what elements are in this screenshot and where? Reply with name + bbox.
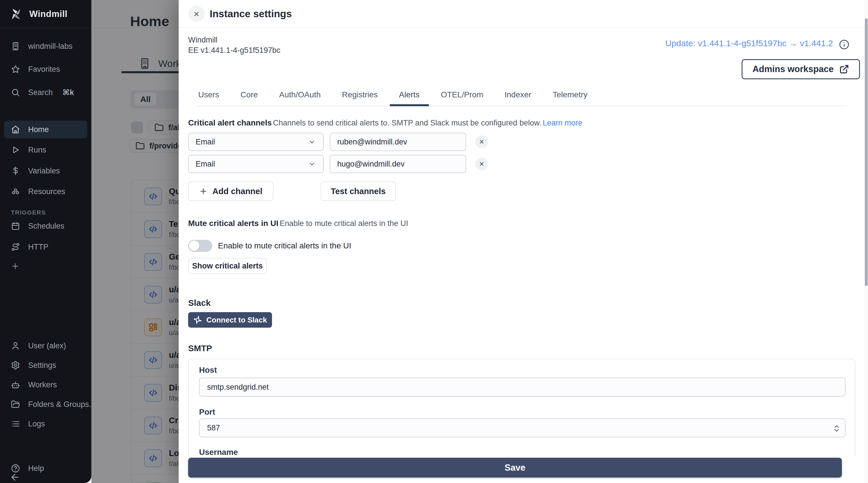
sidebar-item-http[interactable]: HTTP [0,237,91,257]
admins-workspace-button[interactable]: Admins workspace [742,59,860,79]
drawer-title: Instance settings [210,8,292,20]
tab-otel-prom[interactable]: OTEL/Prom [440,90,485,106]
chevron-down-icon [308,160,316,168]
channel-type-value: Email [195,160,215,168]
sidebar: Windmill windmill-labs Favorites Search … [0,0,91,483]
collapse-sidebar-button[interactable] [10,472,20,482]
arrow-left-icon [10,472,20,482]
calendar-icon [11,221,20,231]
save-button[interactable]: Save [188,458,842,478]
add-channel-label: Add channel [212,187,262,196]
tab-alerts[interactable]: Alerts [398,90,421,106]
sidebar-item-logs[interactable]: Logs [0,414,91,434]
tab-users[interactable]: Users [197,90,220,106]
mute-alerts-toggle[interactable] [188,240,212,252]
sidebar-item-label: Runs [28,146,46,155]
slack-icon [193,316,202,324]
play-icon [11,145,20,155]
critical-alert-channels-heading: Critical alert channels Channels to send… [188,118,582,128]
remove-channel-button[interactable]: × [475,158,488,170]
sidebar-item-label: Workers [28,381,57,389]
scrollbar[interactable] [865,0,868,483]
close-button[interactable]: × [188,6,205,22]
sidebar-item-runs[interactable]: Runs [0,140,91,160]
windmill-logo-icon [10,8,22,20]
sidebar-item-label: Help [28,464,44,473]
sidebar-item-label: Search [28,88,53,97]
close-icon: × [479,159,484,168]
smtp-heading: SMTP [188,344,212,353]
tab-core[interactable]: Core [239,90,259,106]
admins-workspace-label: Admins workspace [752,64,834,74]
section-description: Channels to send critical alerts to. SMT… [273,119,541,127]
instance-name: Windmill [188,36,217,44]
sidebar-item-schedules[interactable]: Schedules [0,216,91,236]
sidebar-item-label: windmill-labs [28,42,73,51]
sidebar-item-home[interactable]: Home [4,121,87,138]
tab-telemetry[interactable]: Telemetry [552,90,589,106]
chevron-down-icon [308,137,316,146]
port-label: Port [199,408,215,417]
home-icon [11,125,20,134]
toggle-knob [189,240,199,251]
user-icon [11,341,20,350]
sidebar-add-button[interactable] [0,256,91,276]
gear-icon [11,361,20,370]
smtp-port-input[interactable]: 587 [199,418,846,437]
chevron-down-icon [834,428,840,432]
sidebar-item-variables[interactable]: Variables [0,161,91,181]
star-icon [11,65,20,74]
remove-channel-button[interactable]: × [475,135,488,148]
test-channels-label: Test channels [331,187,385,196]
tab-registries[interactable]: Registries [341,90,379,106]
help-icon [11,464,20,473]
sidebar-item-folders-groups[interactable]: Folders & Groups... [0,394,91,414]
sidebar-item-label: Resources [28,187,65,196]
sidebar-item-search[interactable]: Search ⌘k [0,83,91,102]
instance-settings-drawer: × Instance settings Windmill EE v1.441.1… [179,0,865,483]
info-icon[interactable] [839,39,849,50]
show-critical-alerts-label: Show critical alerts [192,262,263,270]
brand[interactable]: Windmill [0,0,91,28]
sidebar-item-workers[interactable]: Workers [0,375,91,395]
route-icon [11,243,20,252]
section-heading: Mute critical alerts in UI [188,219,278,228]
sidebar-item-label: Settings [28,361,56,370]
connect-to-slack-button[interactable]: Connect to Slack [188,312,272,328]
tab-auth-oauth[interactable]: Auth/OAuth [278,90,322,106]
plus-icon [11,262,20,270]
search-icon [11,88,20,97]
folder-open-icon [11,400,20,409]
sidebar-section-triggers: TRIGGERS [11,209,46,216]
bot-icon [11,380,20,389]
scrollbar-thumb[interactable] [865,19,868,286]
channel-email-input[interactable] [330,155,466,173]
number-stepper[interactable] [832,423,841,434]
external-link-icon [839,64,849,74]
mute-toggle-label: Enable to mute critical alerts in the UI [218,241,351,250]
update-link[interactable]: Update: v1.441.1-4-g51f5197bc → v1.441.2 [665,38,833,48]
sidebar-item-user[interactable]: User (alex) [0,336,91,356]
plus-icon [199,187,208,196]
boxes-icon [11,187,20,196]
tab-indexer[interactable]: Indexer [503,90,532,106]
host-label: Host [199,365,217,375]
sidebar-item-workspace[interactable]: windmill-labs [0,36,91,56]
sidebar-item-settings[interactable]: Settings [0,355,91,375]
test-channels-button[interactable]: Test channels [320,182,396,201]
show-critical-alerts-button[interactable]: Show critical alerts [188,258,267,274]
learn-more-link[interactable]: Learn more [542,119,582,127]
sidebar-item-resources[interactable]: Resources [0,182,91,201]
slack-heading: Slack [188,298,211,308]
search-shortcut: ⌘k [63,88,74,97]
smtp-host-input[interactable] [199,378,846,396]
close-icon: × [479,137,484,146]
drawer-footer: Save [179,455,865,483]
channel-type-select[interactable]: Email [188,155,324,173]
sidebar-item-favorites[interactable]: Favorites [0,59,91,79]
sidebar-item-label: Favorites [28,65,60,74]
channel-type-select[interactable]: Email [188,133,324,151]
channel-email-input[interactable] [330,133,466,151]
add-channel-button[interactable]: Add channel [188,182,273,201]
section-heading: Critical alert channels [188,118,272,127]
